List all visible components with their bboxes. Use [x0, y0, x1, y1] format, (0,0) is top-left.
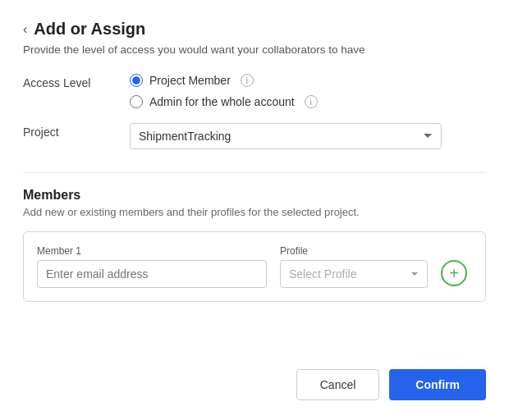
- access-level-label: Access Level: [23, 74, 130, 89]
- members-section-desc: Add new or existing members and their pr…: [23, 206, 486, 218]
- radio-group: Project Member i Admin for the whole acc…: [130, 74, 318, 108]
- modal-header: ‹ Add or Assign: [23, 20, 486, 39]
- divider: [23, 172, 486, 173]
- radio-admin-whole[interactable]: Admin for the whole account i: [130, 95, 318, 108]
- profile-select[interactable]: Select Profile: [280, 260, 428, 288]
- confirm-button[interactable]: Confirm: [389, 369, 486, 400]
- modal-footer: Cancel Confirm: [23, 361, 486, 400]
- member-email-col: Member 1: [37, 245, 267, 288]
- member-number-label: Member 1: [37, 245, 267, 257]
- members-card: Member 1 Profile Select Profile +: [23, 231, 486, 302]
- info-icon-admin-whole[interactable]: i: [305, 95, 318, 108]
- members-section-title: Members: [23, 188, 486, 203]
- radio-project-member[interactable]: Project Member i: [130, 74, 318, 87]
- profile-col: Profile Select Profile: [280, 245, 428, 288]
- project-select[interactable]: ShipmentTracking: [130, 123, 442, 149]
- member-email-input[interactable]: [37, 260, 267, 288]
- profile-label: Profile: [280, 245, 428, 257]
- cancel-button[interactable]: Cancel: [296, 369, 380, 400]
- add-member-button[interactable]: +: [441, 260, 467, 286]
- project-label: Project: [23, 123, 130, 139]
- radio-input-project-member[interactable]: [130, 74, 143, 87]
- subtitle-text: Provide the level of access you would wa…: [23, 43, 486, 56]
- radio-input-admin-whole[interactable]: [130, 95, 143, 108]
- access-level-row: Access Level Project Member i Admin for …: [23, 74, 486, 108]
- info-icon-project-member[interactable]: i: [241, 74, 254, 87]
- page-title: Add or Assign: [34, 20, 145, 39]
- back-arrow-icon[interactable]: ‹: [23, 22, 27, 37]
- radio-label-admin-whole: Admin for the whole account: [149, 95, 295, 108]
- modal-container: ‹ Add or Assign Provide the level of acc…: [0, 0, 509, 420]
- radio-label-project-member: Project Member: [149, 74, 231, 87]
- member-row: Member 1 Profile Select Profile +: [37, 245, 472, 288]
- project-row: Project ShipmentTracking: [23, 123, 486, 149]
